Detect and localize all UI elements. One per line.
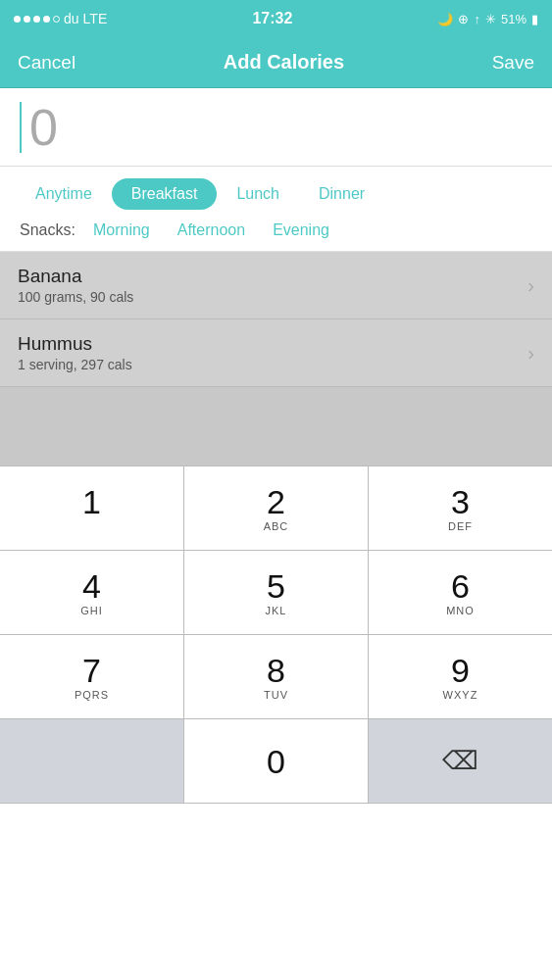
key-2-number: 2: [267, 485, 285, 518]
tab-breakfast[interactable]: Breakfast: [112, 178, 218, 210]
food-item-banana[interactable]: Banana 100 grams, 90 cals ›: [0, 252, 552, 319]
battery-label: 51%: [501, 12, 527, 26]
cancel-button[interactable]: Cancel: [18, 52, 75, 74]
meal-tabs-row2: Snacks: Morning Afternoon Evening: [16, 218, 536, 243]
food-info-banana: Banana 100 grams, 90 cals: [18, 266, 133, 305]
key-5-letters: JKL: [266, 605, 287, 616]
key-backspace[interactable]: ⌫: [369, 719, 552, 803]
key-1-letters: [89, 520, 93, 532]
key-0[interactable]: 0: [184, 719, 369, 803]
moon-icon: 🌙: [437, 12, 453, 26]
save-button[interactable]: Save: [492, 52, 534, 74]
input-area: 0: [0, 88, 552, 167]
key-5[interactable]: 5 JKL: [184, 551, 369, 634]
key-5-number: 5: [267, 569, 285, 603]
key-6-number: 6: [451, 569, 470, 603]
key-1-number: 1: [82, 485, 101, 518]
status-time: 17:32: [252, 10, 292, 27]
tab-evening[interactable]: Evening: [259, 218, 343, 243]
dot5: [53, 16, 60, 23]
key-7-letters: PQRS: [75, 689, 109, 701]
key-4-number: 4: [82, 569, 101, 603]
key-7-number: 7: [82, 654, 101, 687]
key-empty-label: [87, 745, 96, 778]
key-4[interactable]: 4 GHI: [0, 551, 184, 634]
bluetooth-icon: ✳: [485, 12, 496, 26]
nav-bar: Cancel Add Calories Save: [0, 37, 552, 88]
status-right: 🌙 ⊕ ↑ ✳ 51% ▮: [437, 12, 538, 26]
key-8[interactable]: 8 TUV: [184, 635, 369, 718]
key-empty: [0, 719, 184, 803]
status-left: du LTE: [14, 11, 107, 26]
status-bar: du LTE 17:32 🌙 ⊕ ↑ ✳ 51% ▮: [0, 0, 552, 37]
network-label: LTE: [83, 11, 108, 26]
keypad-row-3: 7 PQRS 8 TUV 9 WXYZ: [0, 635, 552, 719]
battery-icon: ▮: [531, 12, 538, 26]
text-cursor: [20, 102, 22, 153]
dot2: [24, 16, 30, 23]
tab-dinner[interactable]: Dinner: [299, 178, 384, 210]
key-2-letters: ABC: [264, 520, 289, 532]
keypad-row-bottom: 0 ⌫: [0, 719, 552, 804]
arrow-icon: ↑: [474, 12, 480, 26]
meal-selector: Anytime Breakfast Lunch Dinner Snacks: M…: [0, 167, 552, 252]
carrier-label: du: [64, 11, 79, 26]
key-1[interactable]: 1: [0, 466, 184, 550]
chevron-icon-hummus: ›: [527, 342, 534, 365]
dot1: [14, 16, 21, 23]
keypad-row-1: 1 2 ABC 3 DEF: [0, 466, 552, 551]
key-6-letters: MNO: [446, 605, 475, 616]
food-list-empty: [0, 387, 552, 466]
chevron-icon-banana: ›: [527, 274, 534, 297]
key-9[interactable]: 9 WXYZ: [369, 635, 552, 718]
key-7[interactable]: 7 PQRS: [0, 635, 184, 718]
keypad: 1 2 ABC 3 DEF 4 GHI 5 JKL 6 MNO 7 PQRS: [0, 466, 552, 804]
tab-morning[interactable]: Morning: [79, 218, 164, 243]
key-0-number: 0: [267, 745, 285, 778]
food-detail-hummus: 1 serving, 297 cals: [18, 357, 132, 372]
signal-dots: [14, 16, 60, 23]
key-9-number: 9: [451, 654, 470, 687]
page-title: Add Calories: [224, 51, 344, 74]
food-name-hummus: Hummus: [18, 333, 132, 355]
key-8-letters: TUV: [264, 689, 288, 701]
keypad-row-2: 4 GHI 5 JKL 6 MNO: [0, 551, 552, 635]
food-name-banana: Banana: [18, 266, 133, 287]
key-3-number: 3: [451, 485, 470, 518]
food-info-hummus: Hummus 1 serving, 297 cals: [18, 333, 132, 372]
meal-tabs-row1: Anytime Breakfast Lunch Dinner: [16, 178, 536, 210]
tab-afternoon[interactable]: Afternoon: [164, 218, 259, 243]
key-3[interactable]: 3 DEF: [369, 466, 552, 550]
key-3-letters: DEF: [448, 520, 473, 532]
food-detail-banana: 100 grams, 90 cals: [18, 289, 133, 305]
key-2[interactable]: 2 ABC: [184, 466, 369, 550]
backspace-icon: ⌫: [442, 746, 478, 776]
location-icon: ⊕: [458, 12, 469, 26]
key-6[interactable]: 6 MNO: [369, 551, 552, 634]
calorie-input[interactable]: 0: [29, 98, 58, 157]
key-8-number: 8: [267, 654, 285, 687]
snacks-label: Snacks:: [20, 221, 75, 239]
dot4: [43, 16, 50, 23]
food-item-hummus[interactable]: Hummus 1 serving, 297 cals ›: [0, 319, 552, 387]
dot3: [33, 16, 40, 23]
tab-anytime[interactable]: Anytime: [16, 178, 112, 210]
tab-lunch[interactable]: Lunch: [217, 178, 299, 210]
food-list: Banana 100 grams, 90 cals › Hummus 1 ser…: [0, 252, 552, 466]
key-9-letters: WXYZ: [443, 689, 478, 701]
key-4-letters: GHI: [80, 605, 103, 616]
